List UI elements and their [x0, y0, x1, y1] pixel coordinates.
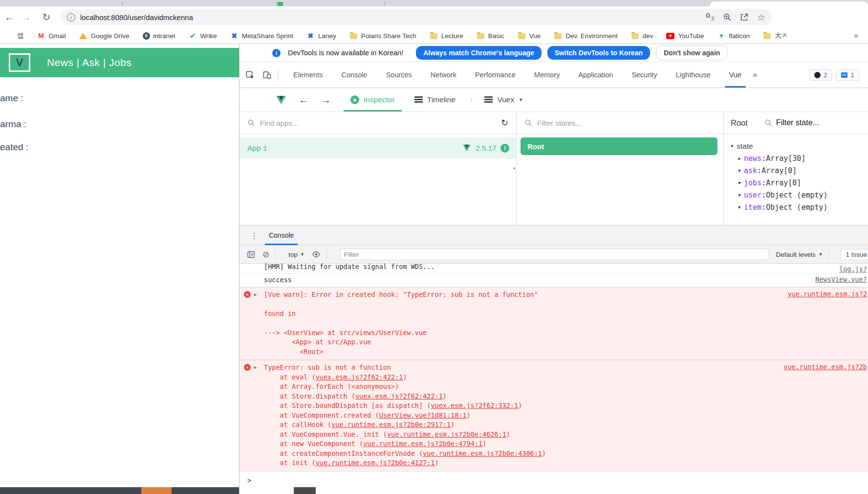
devtools-tab-performance[interactable]: Performance	[466, 63, 525, 88]
source-link[interactable]: vue.runtime.esm.js?2b0e:4306:1	[423, 449, 542, 457]
bookmark-item[interactable]: ✖Laney	[303, 30, 340, 42]
console-prompt[interactable]: >	[247, 476, 868, 484]
console-sidebar-icon[interactable]	[247, 250, 255, 259]
reload-icon[interactable]: ↻	[39, 11, 54, 23]
state-key: user	[744, 191, 761, 200]
translate-icon[interactable]: G文	[706, 13, 715, 21]
context-selector[interactable]: top ▼	[288, 251, 304, 258]
devtools-tab-lighthouse[interactable]: Lighthouse	[667, 63, 720, 88]
bookmark-item[interactable]: Google Drive	[75, 30, 133, 42]
source-file-link[interactable]: NewsView.vue?	[815, 275, 867, 283]
bookmark-item[interactable]: MGmail	[33, 30, 70, 42]
devtools-tab-console[interactable]: Console	[332, 63, 376, 88]
kebab-menu-icon[interactable]: ⋮	[250, 231, 258, 240]
tab-strip[interactable]	[0, 0, 868, 6]
dismiss-button[interactable]: Don't show again	[656, 45, 728, 60]
console-filter-input[interactable]	[340, 248, 769, 260]
expand-triangle-icon[interactable]: ▶	[254, 365, 257, 370]
source-link[interactable]: vue.runtime.esm.js?2b0e:4127:1	[316, 459, 435, 467]
bookmark-item[interactable]: Sintranet	[139, 31, 179, 41]
history-forward-icon[interactable]: →	[321, 94, 331, 106]
devtools-tab-security[interactable]: Security	[622, 63, 666, 88]
bookmark-item[interactable]: ✖MetaShare Sprint	[226, 30, 297, 42]
bookmark-item[interactable]: Dev. Environment	[550, 30, 621, 42]
bookmark-item[interactable]: YouTube	[662, 30, 708, 42]
source-link[interactable]: vuex.esm.js?2f62:422:1	[316, 373, 403, 381]
tab-vuex[interactable]: Vuex ▼	[484, 88, 523, 112]
more-tabs-icon[interactable]: »	[753, 70, 757, 80]
devtools-tab-sources[interactable]: Sources	[377, 63, 421, 88]
bookmark-item[interactable]: 大ㅈ	[759, 30, 792, 42]
address-bar[interactable]: i localhost:8080/user/davidmckenna G文 ☆	[61, 9, 772, 25]
bookmark-item[interactable]: Vue	[514, 30, 545, 42]
source-file-link[interactable]: vue.runtime.esm.js?2b	[783, 363, 867, 371]
forward-icon[interactable]: →	[19, 12, 33, 23]
match-language-button[interactable]: Always match Chrome's language	[416, 46, 542, 60]
url-text[interactable]: localhost:8080/user/davidmckenna	[80, 13, 193, 22]
errors-badge[interactable]: 2	[809, 69, 832, 81]
triangle-down-icon[interactable]: ▼	[728, 144, 737, 149]
state-root-node[interactable]: ▼ state	[724, 140, 868, 152]
state-entry[interactable]: ▼ask: Array[0]	[724, 164, 868, 177]
zoom-icon[interactable]	[723, 13, 732, 22]
device-toolbar-icon[interactable]	[262, 70, 272, 80]
source-link[interactable]: vue.runtime.esm.js?2b0e:4626:1	[387, 430, 506, 438]
tab-inspector[interactable]: ◆ Inspector	[350, 88, 395, 112]
store-root-item[interactable]: Root	[521, 137, 717, 155]
devtools-tab-vue[interactable]: Vue	[720, 63, 751, 88]
clear-console-icon[interactable]: ⊘	[262, 249, 269, 260]
source-file-link[interactable]: log.js?	[839, 265, 867, 273]
app-list-item[interactable]: App 1 2.5.17 !	[239, 137, 516, 158]
source-link[interactable]: vuex.esm.js?2f62:422:1	[355, 392, 443, 400]
console-drawer-tab[interactable]: Console	[269, 225, 294, 245]
eye-icon[interactable]	[312, 250, 321, 259]
page-info-icon[interactable]: i	[67, 13, 75, 22]
triangle-down-icon[interactable]: ▼	[735, 193, 744, 198]
find-apps-input[interactable]: Find apps...	[260, 119, 298, 127]
devtools-plugin-icon[interactable]: !	[500, 144, 509, 153]
triangle-down-icon[interactable]: ▼	[735, 205, 744, 210]
filter-stores-input[interactable]: Filter stores...	[537, 119, 582, 127]
devtools-tab-application[interactable]: Application	[569, 63, 622, 88]
bookmarks-overflow-icon[interactable]: »	[854, 31, 858, 40]
vue-logo[interactable]: V	[9, 53, 30, 72]
inspect-element-icon[interactable]	[245, 70, 255, 80]
bookmark-item[interactable]: Lecture	[426, 30, 467, 42]
source-link[interactable]: vue.runtime.esm.js?2b0e:4794:1	[363, 440, 482, 448]
devtools-tab-network[interactable]: Network	[421, 63, 466, 88]
triangle-right-icon[interactable]: ▶	[735, 156, 744, 161]
state-entry[interactable]: ▼user: Object (empty)	[724, 189, 868, 201]
devtools-tab-memory[interactable]: Memory	[525, 63, 569, 88]
site-nav[interactable]: News | Ask | Jobs	[47, 57, 131, 68]
switch-korean-button[interactable]: Switch DevTools to Korean	[547, 46, 650, 60]
source-link[interactable]: UserView.vue?1d81:18:1	[379, 411, 467, 419]
source-link[interactable]: vuex.esm.js?2f62:332:1	[431, 402, 518, 409]
back-icon[interactable]: ←	[2, 12, 17, 23]
source-file-link[interactable]: vue.runtime.esm.js?2	[787, 290, 867, 298]
bookmark-item[interactable]: ▼flaticon	[714, 30, 754, 42]
expand-triangle-icon[interactable]: ▶	[254, 292, 257, 297]
collapse-panel-icon[interactable]: ◂	[512, 165, 515, 171]
bookmark-star-icon[interactable]: ☆	[757, 12, 765, 23]
share-icon[interactable]	[740, 13, 749, 22]
active-tab[interactable]	[710, 1, 868, 6]
issues-counter[interactable]: 1 Issue	[841, 249, 868, 260]
history-back-icon[interactable]: ←	[299, 94, 308, 106]
source-link[interactable]: vue.runtime.esm.js?2b0e:2917:1	[331, 421, 451, 428]
bookmark-item[interactable]: 앱	[3, 30, 28, 42]
filter-state-input[interactable]: Filter state...	[776, 118, 819, 127]
devtools-tab-elements[interactable]: Elements	[284, 63, 332, 88]
bookmark-item[interactable]: ✔Wrike	[185, 30, 221, 42]
bookmark-item[interactable]: Basic	[473, 30, 508, 42]
issues-badge[interactable]: 1	[836, 69, 859, 81]
refresh-icon[interactable]: ↻	[501, 117, 508, 128]
triangle-down-icon[interactable]: ▼	[735, 168, 744, 173]
triangle-down-icon[interactable]: ▼	[735, 180, 744, 185]
tab-timeline[interactable]: Timeline	[414, 88, 456, 112]
log-levels-dropdown[interactable]: Default levels ▼	[776, 251, 823, 258]
state-entry[interactable]: ▶news: Array[30]	[724, 152, 868, 164]
bookmark-item[interactable]: dev	[627, 30, 657, 42]
state-entry[interactable]: ▼jobs: Array[0]	[724, 177, 868, 189]
state-entry[interactable]: ▼item: Object (empty)	[724, 201, 868, 213]
bookmark-item[interactable]: Polaris Share Tech	[346, 30, 420, 42]
